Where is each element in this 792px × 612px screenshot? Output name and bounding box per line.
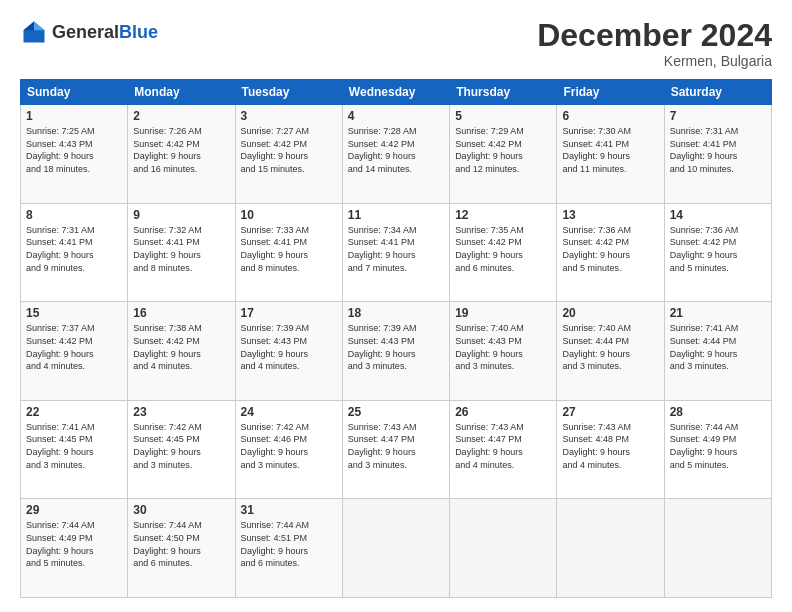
cell-info: Sunrise: 7:40 AMSunset: 4:43 PMDaylight:… — [455, 322, 551, 372]
calendar-cell: 29Sunrise: 7:44 AMSunset: 4:49 PMDayligh… — [21, 499, 128, 598]
day-number: 7 — [670, 109, 766, 123]
calendar-cell: 31Sunrise: 7:44 AMSunset: 4:51 PMDayligh… — [235, 499, 342, 598]
logo: GeneralBlue — [20, 18, 158, 46]
cell-info: Sunrise: 7:42 AMSunset: 4:46 PMDaylight:… — [241, 421, 337, 471]
weekday-header-monday: Monday — [128, 80, 235, 105]
calendar-week-3: 15Sunrise: 7:37 AMSunset: 4:42 PMDayligh… — [21, 302, 772, 401]
cell-info: Sunrise: 7:42 AMSunset: 4:45 PMDaylight:… — [133, 421, 229, 471]
svg-marker-2 — [24, 22, 35, 31]
calendar-page: GeneralBlue December 2024 Kermen, Bulgar… — [0, 0, 792, 612]
svg-marker-1 — [34, 22, 45, 31]
calendar-cell: 6Sunrise: 7:30 AMSunset: 4:41 PMDaylight… — [557, 105, 664, 204]
day-number: 26 — [455, 405, 551, 419]
calendar-cell: 20Sunrise: 7:40 AMSunset: 4:44 PMDayligh… — [557, 302, 664, 401]
day-number: 2 — [133, 109, 229, 123]
calendar-cell: 13Sunrise: 7:36 AMSunset: 4:42 PMDayligh… — [557, 203, 664, 302]
calendar-cell: 18Sunrise: 7:39 AMSunset: 4:43 PMDayligh… — [342, 302, 449, 401]
cell-info: Sunrise: 7:43 AMSunset: 4:48 PMDaylight:… — [562, 421, 658, 471]
day-number: 8 — [26, 208, 122, 222]
day-number: 24 — [241, 405, 337, 419]
calendar-cell: 19Sunrise: 7:40 AMSunset: 4:43 PMDayligh… — [450, 302, 557, 401]
calendar-cell: 27Sunrise: 7:43 AMSunset: 4:48 PMDayligh… — [557, 400, 664, 499]
cell-info: Sunrise: 7:34 AMSunset: 4:41 PMDaylight:… — [348, 224, 444, 274]
cell-info: Sunrise: 7:27 AMSunset: 4:42 PMDaylight:… — [241, 125, 337, 175]
day-number: 1 — [26, 109, 122, 123]
day-number: 31 — [241, 503, 337, 517]
cell-info: Sunrise: 7:44 AMSunset: 4:50 PMDaylight:… — [133, 519, 229, 569]
calendar-week-4: 22Sunrise: 7:41 AMSunset: 4:45 PMDayligh… — [21, 400, 772, 499]
cell-info: Sunrise: 7:35 AMSunset: 4:42 PMDaylight:… — [455, 224, 551, 274]
day-number: 9 — [133, 208, 229, 222]
day-number: 3 — [241, 109, 337, 123]
calendar-cell: 15Sunrise: 7:37 AMSunset: 4:42 PMDayligh… — [21, 302, 128, 401]
day-number: 30 — [133, 503, 229, 517]
day-number: 16 — [133, 306, 229, 320]
calendar-week-1: 1Sunrise: 7:25 AMSunset: 4:43 PMDaylight… — [21, 105, 772, 204]
calendar-cell — [664, 499, 771, 598]
calendar-cell: 9Sunrise: 7:32 AMSunset: 4:41 PMDaylight… — [128, 203, 235, 302]
day-number: 27 — [562, 405, 658, 419]
cell-info: Sunrise: 7:39 AMSunset: 4:43 PMDaylight:… — [241, 322, 337, 372]
day-number: 14 — [670, 208, 766, 222]
day-number: 19 — [455, 306, 551, 320]
day-number: 6 — [562, 109, 658, 123]
cell-info: Sunrise: 7:33 AMSunset: 4:41 PMDaylight:… — [241, 224, 337, 274]
calendar-cell: 4Sunrise: 7:28 AMSunset: 4:42 PMDaylight… — [342, 105, 449, 204]
calendar-cell: 11Sunrise: 7:34 AMSunset: 4:41 PMDayligh… — [342, 203, 449, 302]
cell-info: Sunrise: 7:39 AMSunset: 4:43 PMDaylight:… — [348, 322, 444, 372]
calendar-cell: 22Sunrise: 7:41 AMSunset: 4:45 PMDayligh… — [21, 400, 128, 499]
day-number: 23 — [133, 405, 229, 419]
cell-info: Sunrise: 7:31 AMSunset: 4:41 PMDaylight:… — [26, 224, 122, 274]
cell-info: Sunrise: 7:44 AMSunset: 4:51 PMDaylight:… — [241, 519, 337, 569]
location-subtitle: Kermen, Bulgaria — [537, 53, 772, 69]
logo-icon — [20, 18, 48, 46]
cell-info: Sunrise: 7:43 AMSunset: 4:47 PMDaylight:… — [455, 421, 551, 471]
day-number: 11 — [348, 208, 444, 222]
cell-info: Sunrise: 7:30 AMSunset: 4:41 PMDaylight:… — [562, 125, 658, 175]
calendar-cell: 26Sunrise: 7:43 AMSunset: 4:47 PMDayligh… — [450, 400, 557, 499]
cell-info: Sunrise: 7:32 AMSunset: 4:41 PMDaylight:… — [133, 224, 229, 274]
cell-info: Sunrise: 7:41 AMSunset: 4:45 PMDaylight:… — [26, 421, 122, 471]
weekday-header-thursday: Thursday — [450, 80, 557, 105]
day-number: 15 — [26, 306, 122, 320]
cell-info: Sunrise: 7:36 AMSunset: 4:42 PMDaylight:… — [670, 224, 766, 274]
calendar-table: SundayMondayTuesdayWednesdayThursdayFrid… — [20, 79, 772, 598]
cell-info: Sunrise: 7:41 AMSunset: 4:44 PMDaylight:… — [670, 322, 766, 372]
cell-info: Sunrise: 7:29 AMSunset: 4:42 PMDaylight:… — [455, 125, 551, 175]
cell-info: Sunrise: 7:44 AMSunset: 4:49 PMDaylight:… — [670, 421, 766, 471]
day-number: 25 — [348, 405, 444, 419]
cell-info: Sunrise: 7:37 AMSunset: 4:42 PMDaylight:… — [26, 322, 122, 372]
calendar-cell: 1Sunrise: 7:25 AMSunset: 4:43 PMDaylight… — [21, 105, 128, 204]
weekday-header-friday: Friday — [557, 80, 664, 105]
calendar-cell: 23Sunrise: 7:42 AMSunset: 4:45 PMDayligh… — [128, 400, 235, 499]
cell-info: Sunrise: 7:25 AMSunset: 4:43 PMDaylight:… — [26, 125, 122, 175]
cell-info: Sunrise: 7:44 AMSunset: 4:49 PMDaylight:… — [26, 519, 122, 569]
cell-info: Sunrise: 7:38 AMSunset: 4:42 PMDaylight:… — [133, 322, 229, 372]
day-number: 22 — [26, 405, 122, 419]
cell-info: Sunrise: 7:36 AMSunset: 4:42 PMDaylight:… — [562, 224, 658, 274]
day-number: 21 — [670, 306, 766, 320]
weekday-header-tuesday: Tuesday — [235, 80, 342, 105]
calendar-week-5: 29Sunrise: 7:44 AMSunset: 4:49 PMDayligh… — [21, 499, 772, 598]
day-number: 13 — [562, 208, 658, 222]
day-number: 5 — [455, 109, 551, 123]
cell-info: Sunrise: 7:28 AMSunset: 4:42 PMDaylight:… — [348, 125, 444, 175]
day-number: 29 — [26, 503, 122, 517]
day-number: 12 — [455, 208, 551, 222]
header: GeneralBlue December 2024 Kermen, Bulgar… — [20, 18, 772, 69]
calendar-cell: 16Sunrise: 7:38 AMSunset: 4:42 PMDayligh… — [128, 302, 235, 401]
calendar-cell: 25Sunrise: 7:43 AMSunset: 4:47 PMDayligh… — [342, 400, 449, 499]
calendar-header: SundayMondayTuesdayWednesdayThursdayFrid… — [21, 80, 772, 105]
cell-info: Sunrise: 7:40 AMSunset: 4:44 PMDaylight:… — [562, 322, 658, 372]
calendar-cell: 14Sunrise: 7:36 AMSunset: 4:42 PMDayligh… — [664, 203, 771, 302]
cell-info: Sunrise: 7:43 AMSunset: 4:47 PMDaylight:… — [348, 421, 444, 471]
weekday-header-saturday: Saturday — [664, 80, 771, 105]
calendar-cell: 12Sunrise: 7:35 AMSunset: 4:42 PMDayligh… — [450, 203, 557, 302]
title-block: December 2024 Kermen, Bulgaria — [537, 18, 772, 69]
cell-info: Sunrise: 7:26 AMSunset: 4:42 PMDaylight:… — [133, 125, 229, 175]
calendar-cell: 28Sunrise: 7:44 AMSunset: 4:49 PMDayligh… — [664, 400, 771, 499]
calendar-cell: 8Sunrise: 7:31 AMSunset: 4:41 PMDaylight… — [21, 203, 128, 302]
day-number: 10 — [241, 208, 337, 222]
calendar-cell — [557, 499, 664, 598]
calendar-cell: 21Sunrise: 7:41 AMSunset: 4:44 PMDayligh… — [664, 302, 771, 401]
